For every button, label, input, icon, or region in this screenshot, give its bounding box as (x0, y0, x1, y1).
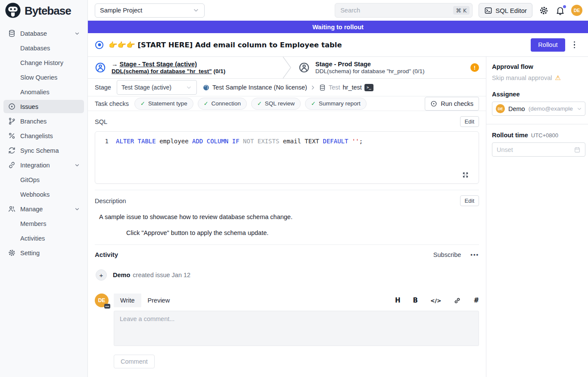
comment-input[interactable] (114, 311, 479, 346)
status-banner-text: Waiting to rollout (312, 24, 364, 31)
active-arrow: → (112, 61, 118, 68)
project-select-value: Sample Project (100, 7, 142, 14)
stage-person-icon (299, 62, 310, 73)
rollout-button[interactable]: Rollout (531, 38, 565, 52)
code-format-icon[interactable]: </> (430, 297, 442, 304)
assignee-name: Demo (508, 105, 525, 112)
sidebar-item-label: Issues (20, 103, 38, 110)
sidebar-item-members[interactable]: Members (3, 217, 84, 230)
topbar: Sample Project Search ⌘ K SQL Editor DE (88, 0, 588, 21)
chevron-down-icon (74, 31, 80, 37)
run-checks-button[interactable]: Run checks (425, 97, 479, 111)
stage-select[interactable]: Test Stage (active) (117, 80, 197, 95)
sidebar-item-databases[interactable]: Databases (3, 41, 84, 55)
database-link[interactable]: hr_test (343, 84, 362, 91)
description-label: Description (95, 198, 126, 204)
check-connection[interactable]: ✓ Connection (198, 98, 247, 110)
check-statement-type[interactable]: ✓ Statement type (134, 98, 193, 110)
description-edit-button[interactable]: Edit (460, 195, 479, 206)
chevron-right-icon (310, 84, 316, 91)
tab-preview[interactable]: Preview (141, 294, 177, 307)
tab-write[interactable]: Write (114, 294, 141, 307)
heading-format-icon[interactable]: H (395, 297, 401, 304)
sidebar-item-manage[interactable]: Manage (3, 202, 84, 216)
stage-label: Stage (95, 84, 111, 91)
settings-gear-button[interactable] (539, 6, 549, 15)
sidebar-item-label: Webhooks (20, 191, 50, 198)
instance-link[interactable]: Test Sample Instance (No license) (212, 84, 307, 91)
stage-warning-icon: ! (470, 63, 479, 72)
open-in-sql-editor-icon[interactable]: >_ (364, 84, 373, 91)
sidebar-item-sync-schema[interactable]: Sync Schema (3, 144, 84, 157)
chevron-down-icon (186, 84, 192, 91)
project-select[interactable]: Sample Project (95, 3, 205, 18)
check-summary-report[interactable]: ✓ Summary report (305, 98, 367, 110)
sql-edit-button[interactable]: Edit (460, 116, 479, 127)
check-sql-review[interactable]: ✓ SQL review (251, 98, 301, 110)
check-pass-icon: ✓ (311, 100, 316, 107)
user-avatar[interactable]: DE (571, 5, 582, 16)
sidebar-item-label: Manage (20, 206, 43, 213)
calendar-icon (574, 146, 581, 153)
comment-editor: DE Write Preview H B </> (95, 294, 479, 377)
sidebar-item-change-history[interactable]: Change History (3, 56, 84, 69)
stage-select-value: Test Stage (active) (121, 84, 171, 91)
main-area: Sample Project Search ⌘ K SQL Editor DE … (88, 0, 588, 377)
database-breadcrumb: Test Sample Instance (No license) Test h… (202, 84, 373, 91)
sidebar-item-database[interactable]: Database (3, 27, 84, 40)
sidebar-item-activities[interactable]: Activities (3, 232, 84, 245)
sql-editor-button[interactable]: SQL Editor (479, 3, 532, 18)
postgres-icon (202, 84, 210, 91)
hash-format-icon[interactable]: # (473, 297, 479, 304)
search-shortcut-badge: ⌘ K (453, 6, 470, 15)
sql-code-block[interactable]: 1ALTER TABLE employee ADD COLUMN IF NOT … (95, 131, 479, 184)
environment-label: Test (329, 84, 340, 91)
sidebar-item-label: Integration (20, 162, 50, 169)
subscribe-button[interactable]: Subscribe (433, 251, 461, 258)
notifications-bell-button[interactable] (555, 6, 565, 15)
sidebar-item-branches[interactable]: Branches (3, 114, 84, 128)
approval-flow-label: Approval flow (492, 63, 585, 70)
sidebar-item-changelists[interactable]: Changelists (3, 129, 84, 142)
sql-section: SQL Edit 1ALTER TABLE employee ADD COLUM… (88, 111, 486, 190)
expand-icon[interactable] (462, 171, 469, 179)
assignee-label: Assignee (492, 91, 585, 98)
issue-more-menu[interactable] (570, 40, 579, 50)
sidebar-item-anomalies[interactable]: Anomalies (3, 85, 84, 99)
gear-icon (7, 249, 16, 257)
sidebar-item-gitops[interactable]: GitOps (3, 173, 84, 186)
activity-entry-text: Demo created issue Jan 12 (113, 272, 190, 278)
line-number: 1 (95, 137, 116, 145)
sidebar-item-label: Database (20, 30, 47, 37)
stage-prod-cell[interactable]: Stage - Prod Stage DDL(schema) for datab… (292, 57, 486, 78)
brand-logo[interactable]: Bytebase (0, 0, 87, 22)
sidebar-item-integration[interactable]: Integration (3, 158, 84, 172)
check-pass-icon: ✓ (204, 100, 208, 107)
chevron-down-icon (193, 7, 199, 14)
check-pass-icon: ✓ (140, 100, 145, 107)
issue-title: 👉👉👉 [START HERE] Add email column to Emp… (109, 41, 526, 49)
assignee-select[interactable]: DE Demo (demo@example (492, 102, 585, 116)
link-format-icon[interactable] (454, 297, 461, 304)
check-pass-icon: ✓ (257, 100, 262, 107)
terminal-icon (484, 6, 492, 15)
stage-test-cell[interactable]: → Stage - Test Stage (active) DDL(schema… (88, 57, 282, 78)
sidebar-item-setting[interactable]: Setting (3, 246, 84, 260)
branch-icon (7, 117, 16, 126)
sidebar-item-slow-queries[interactable]: Slow Queries (3, 71, 84, 84)
activity-actor: Demo (113, 272, 130, 278)
sidebar-item-webhooks[interactable]: Webhooks (3, 188, 84, 201)
activity-more-menu[interactable]: ••• (470, 251, 479, 258)
activity-section: Activity Subscribe ••• + Demo created is… (88, 245, 486, 377)
left-sidebar: Bytebase Database Databases Change Histo… (0, 0, 88, 377)
brand-name: Bytebase (25, 4, 71, 18)
stage-flow: → Stage - Test Stage (active) DDL(schema… (88, 57, 486, 79)
sidebar-item-issues[interactable]: Issues (3, 100, 84, 113)
search-input[interactable]: Search ⌘ K (335, 3, 473, 18)
rollout-time-input[interactable]: Unset (492, 142, 585, 157)
comment-submit-button[interactable]: Comment (114, 355, 155, 368)
stage-prod-title: Stage - Prod Stage (315, 61, 424, 68)
rollout-timezone: UTC+0800 (531, 132, 558, 139)
bold-format-icon[interactable]: B (413, 297, 417, 304)
stage-test-title: → Stage - Test Stage (active) (112, 61, 225, 68)
